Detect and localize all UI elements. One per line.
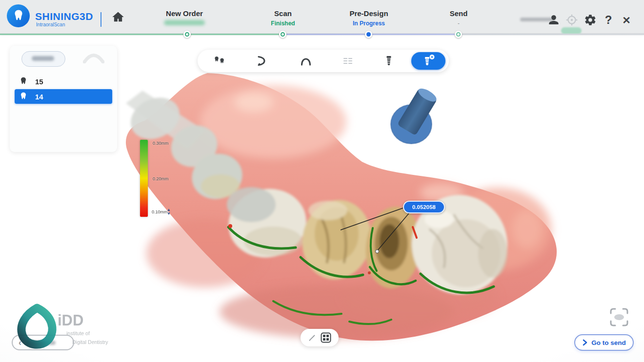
- brand-subtitle: IntraoralScan: [36, 22, 65, 27]
- redacted-jaw-label: [32, 56, 54, 61]
- step-send-status: -: [458, 20, 460, 27]
- close-button[interactable]: ✕: [620, 13, 633, 27]
- calibration-target-icon: [565, 14, 578, 26]
- help-icon: ?: [605, 14, 612, 26]
- step-node-scan: [279, 31, 286, 38]
- header-bar: SHINING3D IntraoralScan New Order Scan F…: [0, 0, 644, 34]
- arch-mini-icon: [83, 53, 104, 65]
- settings-button[interactable]: [584, 13, 597, 27]
- brand-name: SHINING3D: [35, 11, 93, 22]
- header-divider: [101, 12, 101, 27]
- arch-icon: [300, 55, 312, 67]
- arch-occlusal-button[interactable]: [256, 55, 268, 67]
- intraoral-scan-app: SHINING3D IntraoralScan New Order Scan F…: [0, 0, 644, 362]
- view-tools-mini-bar: [301, 329, 339, 346]
- scanbody-mode-button[interactable]: [411, 52, 445, 70]
- tooth-list-panel: 15 14: [10, 46, 117, 152]
- colorbar-label-max: 0.30mm: [153, 141, 169, 146]
- colorbar-label-mid: 0.20mm: [153, 176, 169, 181]
- idd-line2: Digital Dentistry: [72, 339, 108, 345]
- step-send: Send: [450, 9, 468, 18]
- arch-open-icon: [256, 55, 268, 67]
- teeth-pair-icon: [213, 55, 226, 67]
- home-button[interactable]: [111, 10, 126, 25]
- tooth-icon: [19, 76, 28, 86]
- gear-icon: [584, 14, 597, 26]
- home-icon: [111, 10, 125, 24]
- tooth-number: 14: [35, 93, 43, 101]
- occlusion-colorbar: [140, 140, 148, 217]
- implant-screw-icon: [382, 55, 395, 67]
- measurement-value-badge: 0.052058: [403, 201, 445, 213]
- redacted-back-label: [25, 341, 56, 345]
- tooth-icon: [19, 92, 28, 101]
- help-button[interactable]: ?: [602, 13, 615, 27]
- colorbar-range-stepper[interactable]: ▲ ▼: [167, 208, 171, 216]
- workflow-progress-line: [0, 34, 644, 35]
- redacted-status-badge: [561, 27, 582, 34]
- step-pre-design: Pre-Design: [349, 9, 388, 18]
- occlusion-values-button[interactable]: [342, 55, 354, 67]
- back-chevron-icon: ‹: [19, 338, 21, 347]
- occlusion-grid-icon: [342, 55, 354, 67]
- step-node-pre-design: [365, 31, 372, 38]
- design-toolbar: [198, 50, 449, 72]
- screenshot-button[interactable]: [609, 307, 629, 327]
- implant-button[interactable]: [382, 55, 395, 67]
- step-scan: Scan: [274, 9, 292, 18]
- arch-front-button[interactable]: [300, 55, 312, 67]
- step-node-new-order: [183, 31, 191, 38]
- chevron-right-icon: [582, 339, 588, 346]
- go-to-send-label: Go to send: [591, 339, 626, 346]
- app-logo: [7, 4, 30, 27]
- scan-3d-viewport[interactable]: [117, 63, 566, 356]
- measurement-value: 0.052058: [412, 204, 436, 210]
- user-button[interactable]: [547, 13, 561, 27]
- teeth-view-button[interactable]: [213, 55, 226, 67]
- step-node-send: [455, 31, 462, 38]
- stepper-down-icon[interactable]: ▼: [167, 212, 171, 216]
- scanbody-screw-icon: [421, 54, 436, 68]
- step-new-order: New Order: [166, 9, 203, 18]
- redacted-order-name: [164, 20, 205, 25]
- jaw-selector-pill[interactable]: [21, 51, 65, 67]
- tooth-logo-icon: [11, 9, 26, 23]
- back-button[interactable]: ‹: [12, 335, 74, 350]
- pen-tool-icon[interactable]: [308, 333, 317, 342]
- step-pre-design-status: In Progress: [353, 20, 385, 27]
- screenshot-frame-icon: [609, 307, 629, 327]
- colorbar-label-min: 0.10mm: [152, 210, 168, 214]
- user-icon: [548, 14, 560, 26]
- tooth-number: 15: [35, 77, 43, 86]
- step-scan-status: Finished: [271, 20, 295, 27]
- tooth-row-14-selected[interactable]: 14: [15, 89, 112, 104]
- close-icon: ✕: [622, 15, 631, 25]
- calibration-button[interactable]: [565, 13, 579, 27]
- tooth-row-15[interactable]: 15: [15, 74, 112, 89]
- go-to-send-button[interactable]: Go to send: [574, 334, 634, 351]
- scanbody-3d[interactable]: [391, 86, 439, 144]
- idd-logo-text: iDD: [58, 312, 83, 329]
- grid-view-icon[interactable]: [321, 332, 331, 343]
